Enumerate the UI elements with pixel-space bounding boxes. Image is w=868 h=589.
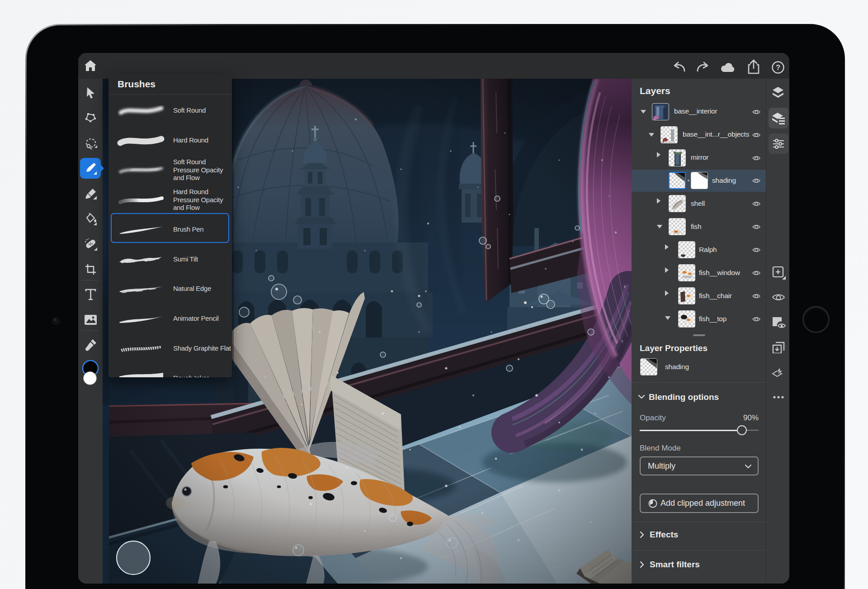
svg-text:?: ? — [776, 63, 780, 72]
